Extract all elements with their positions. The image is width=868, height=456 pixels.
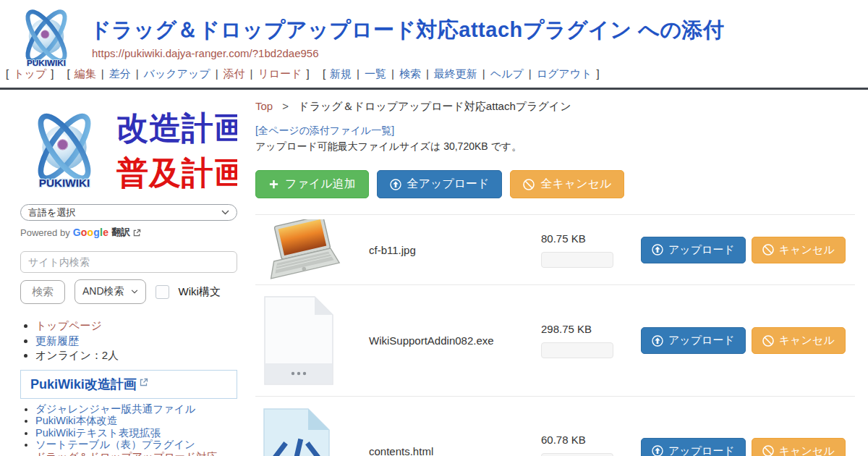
upload-icon <box>390 179 401 190</box>
list-item: ソートテーブル（表）プラグイン <box>35 439 241 450</box>
cancel-all-button[interactable]: 全キャンセル <box>510 170 624 198</box>
nav-link-diff[interactable]: 差分 <box>109 67 131 80</box>
nav-link-logout[interactable]: ログアウト <box>537 67 592 80</box>
nav-link-recent[interactable]: 最終更新 <box>434 67 477 80</box>
sidebar-link-common-files[interactable]: ダジャレンジャー版共通ファイル <box>35 403 195 415</box>
file-size: 80.75 KB <box>541 232 628 245</box>
cancel-button[interactable]: キャンセル <box>752 237 846 263</box>
plus-icon <box>268 179 279 190</box>
breadcrumb-separator: > <box>282 100 289 112</box>
upload-icon <box>652 335 663 347</box>
page-title: ドラッグ＆ドロップアップロード対応attachプラグイン への添付 <box>90 16 725 45</box>
all-attachments-link[interactable]: [全ページの添付ファイル一覧] <box>255 124 394 138</box>
sidebar-plugin-links: ダジャレンジャー版共通ファイル PukiWiki本体改造 PukiWikiテキス… <box>20 404 241 456</box>
breadcrumb-current: ドラッグ＆ドロップアップロード対応attachプラグイン <box>298 100 571 112</box>
language-select-value: 言語を選択 <box>28 206 75 219</box>
cancel-icon <box>762 445 774 456</box>
list-item: 更新履歴 <box>35 334 241 349</box>
list-item: PukiWiki本体改造 <box>35 415 241 426</box>
sidebar-logo-kaizo-text: 改造計画 <box>116 110 237 145</box>
upload-toolbar: ファイル追加 全アップロード 全キャンセル <box>255 170 855 198</box>
project-box: PukiWiki改造計画 <box>20 370 237 399</box>
nav-link-help[interactable]: ヘルプ <box>490 67 524 80</box>
pukiwiki-attach-page: PUKIWIKI ドラッグ＆ドロップアップロード対応attachプラグイン への… <box>0 0 868 456</box>
laptop-photo-thumbnail <box>263 219 344 280</box>
generic-file-icon <box>263 295 335 386</box>
sidebar: PUKIWIKI 改造計画 普及計画 言語を選択 Powered by Goog… <box>0 90 250 456</box>
nav-link-reload[interactable]: リロード <box>258 67 302 80</box>
top-navbar: [トップ] [編集|差分|バックアップ|添付|リロード] [新規|一覧|検索|最… <box>0 67 868 90</box>
sidebar-link-sort-table[interactable]: ソートテーブル（表）プラグイン <box>35 439 195 450</box>
cancel-button[interactable]: キャンセル <box>752 327 846 354</box>
nav-link-top[interactable]: トップ <box>13 67 46 80</box>
sidebar-link-text-ext[interactable]: PukiWikiテキスト表現拡張 <box>35 427 161 439</box>
breadcrumb-home-link[interactable]: Top <box>255 100 273 112</box>
file-row: cf-b11.jpg 80.75 KB アップロード <box>255 214 855 284</box>
upload-icon <box>652 445 663 456</box>
upload-all-button[interactable]: 全アップロード <box>377 170 503 198</box>
sidebar-link-core-mod[interactable]: PukiWiki本体改造 <box>35 415 118 426</box>
nav-link-new[interactable]: 新規 <box>330 67 352 80</box>
page-url-link[interactable]: https://pukiwiki.dajya-ranger.com/?1bd2d… <box>92 47 319 59</box>
pukiwiki-logo-icon[interactable]: PUKIWIKI <box>13 4 80 69</box>
pukiwiki-logo-text: PUKIWIKI <box>27 58 66 67</box>
upload-button[interactable]: アップロード <box>641 438 746 456</box>
main-content: Top > ドラッグ＆ドロップアップロード対応attachプラグイン [全ページ… <box>250 90 868 456</box>
site-search-input[interactable] <box>20 251 237 273</box>
list-item: PukiWikiテキスト表現拡張 <box>35 428 241 439</box>
add-files-button[interactable]: ファイル追加 <box>255 170 369 198</box>
translate-link[interactable]: 翻訳 <box>111 226 130 239</box>
upload-button[interactable]: アップロード <box>641 327 746 354</box>
upload-queue: cf-b11.jpg 80.75 KB アップロード <box>255 214 855 456</box>
file-row: contents.html 60.78 KB アップロード <box>255 396 855 456</box>
file-name: WikiSupportAddin082.exe <box>360 334 541 347</box>
nav-link-edit[interactable]: 編集 <box>75 67 96 80</box>
max-filesize-text: アップロード可能最大ファイルサイズは 30,720KB です。 <box>255 140 855 153</box>
nav-group-page: [編集|差分|バックアップ|添付|リロード] <box>67 67 310 80</box>
list-item: オンライン：2人 <box>35 348 241 363</box>
external-link-icon <box>133 229 141 237</box>
wiki-syntax-checkbox[interactable] <box>156 285 169 299</box>
sidebar-online-count: オンライン：2人 <box>35 349 119 361</box>
search-button[interactable]: 検索 <box>20 280 65 304</box>
google-logo: Google <box>73 227 109 238</box>
cancel-button[interactable]: キャンセル <box>752 438 846 456</box>
sidebar-logo-fukyu-text: 普及計画 <box>116 155 237 190</box>
sidebar-link-toppage[interactable]: トップページ <box>35 319 102 332</box>
file-row: WikiSupportAddin082.exe 298.75 KB アップロード <box>255 284 855 396</box>
file-size: 60.78 KB <box>541 434 628 446</box>
search-mode-select[interactable]: AND検索 <box>75 279 146 304</box>
progress-bar <box>541 342 613 358</box>
file-size: 298.75 KB <box>541 323 628 335</box>
search-controls: 検索 AND検索 Wiki構文 <box>20 279 241 304</box>
language-select[interactable]: 言語を選択 <box>20 204 237 221</box>
page-header: PUKIWIKI ドラッグ＆ドロップアップロード対応attachプラグイン への… <box>0 0 868 67</box>
cancel-icon <box>762 335 774 347</box>
html-file-icon <box>263 408 331 456</box>
sidebar-quick-links: トップページ 更新履歴 オンライン：2人 <box>20 318 241 363</box>
upload-icon <box>652 244 663 256</box>
nav-link-search[interactable]: 検索 <box>399 67 421 80</box>
sidebar-site-logo[interactable]: PUKIWIKI 改造計画 普及計画 <box>20 103 237 194</box>
progress-bar <box>541 252 613 268</box>
cancel-icon <box>523 179 535 190</box>
list-item: トップページ <box>35 318 241 334</box>
chevron-down-icon <box>221 210 229 215</box>
nav-link-attach[interactable]: 添付 <box>224 67 245 80</box>
project-box-link[interactable]: PukiWiki改造計画 <box>30 376 148 393</box>
list-item: ダジャレンジャー版共通ファイル <box>35 404 241 415</box>
external-link-icon <box>140 378 148 387</box>
cancel-icon <box>762 244 774 256</box>
file-name: contents.html <box>360 445 541 456</box>
sidebar-link-history[interactable]: 更新履歴 <box>35 334 79 347</box>
nav-group-top: [トップ] <box>6 67 54 80</box>
nav-link-backup[interactable]: バックアップ <box>144 67 210 80</box>
upload-button[interactable]: アップロード <box>641 237 746 263</box>
ellipsis-dots <box>292 372 306 375</box>
sidebar-link-dragdrop-attach[interactable]: ドラッグ＆ドロップアップロード対応attachプラグイン <box>35 451 217 456</box>
list-item: ドラッグ＆ドロップアップロード対応attachプラグイン <box>35 452 241 456</box>
wiki-syntax-label: Wiki構文 <box>179 285 221 299</box>
nav-link-list[interactable]: 一覧 <box>365 67 386 80</box>
google-translate-attribution: Powered by Google 翻訳 <box>20 226 241 239</box>
chevron-down-icon <box>131 290 138 294</box>
